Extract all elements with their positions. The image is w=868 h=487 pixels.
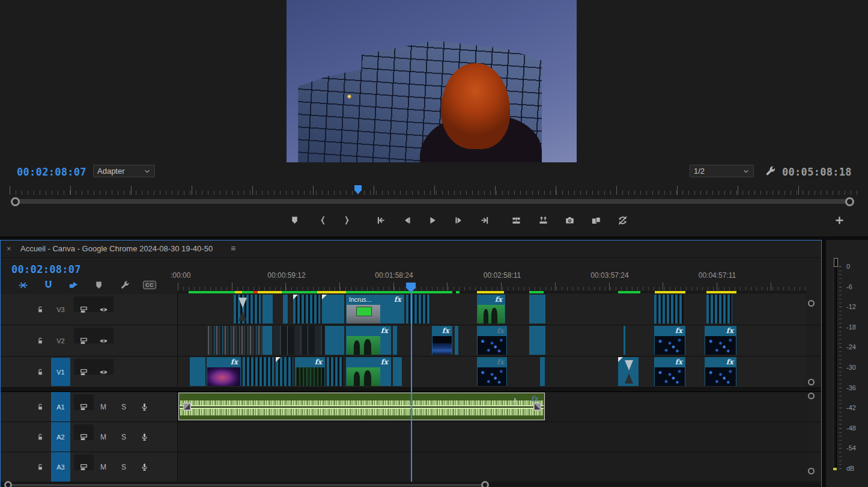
fx-badge[interactable]: fx (442, 326, 449, 335)
zoom-level-select[interactable]: Adapter (93, 165, 155, 177)
go-to-out-button[interactable] (478, 212, 492, 228)
track-target-A2[interactable]: A2 (51, 422, 70, 452)
mute-track-button[interactable]: M (100, 403, 106, 411)
track-lock-icon[interactable] (37, 337, 44, 345)
fx-badge[interactable]: fx (381, 358, 388, 366)
video-clip[interactable] (325, 326, 344, 355)
fade-out-handle[interactable] (533, 403, 541, 411)
video-clip[interactable] (263, 295, 273, 323)
hscroll-handle-left[interactable] (4, 481, 12, 487)
video-clip[interactable] (327, 357, 343, 386)
video-clip[interactable]: fx (346, 357, 391, 386)
video-clip[interactable]: fx (654, 326, 685, 355)
video-clip[interactable]: fx (705, 326, 736, 355)
track-lock-icon[interactable] (37, 403, 44, 411)
track-target-V1[interactable]: V1 (51, 358, 70, 386)
mute-track-button[interactable]: M (100, 433, 106, 441)
timeline-settings-button[interactable] (118, 279, 131, 291)
audio-scrollbar-handle-top[interactable] (808, 393, 815, 399)
video-clip[interactable] (274, 326, 325, 355)
lift-button[interactable] (509, 212, 523, 228)
video-clip[interactable] (234, 295, 261, 323)
video-clip[interactable] (706, 295, 732, 323)
sync-lock-toggle[interactable] (79, 305, 89, 314)
sync-lock-toggle[interactable] (79, 432, 89, 441)
timeline-tab-title[interactable]: Accueil - Canva - Google Chrome 2024-08-… (20, 244, 213, 253)
fx-badge[interactable]: fx (495, 295, 502, 304)
solo-track-button[interactable]: S (121, 463, 126, 471)
voiceover-record-button[interactable] (139, 432, 150, 441)
timeline-playhead-timecode[interactable]: 00:02:08:07 (11, 263, 81, 275)
audio-meter-bars[interactable] (834, 258, 838, 471)
add-marker-button[interactable] (287, 212, 302, 228)
video-clip[interactable]: fx (346, 326, 391, 355)
fx-badge[interactable]: fx (497, 358, 504, 366)
video-clip[interactable] (190, 357, 205, 386)
video-clip[interactable] (654, 295, 684, 323)
fx-badge[interactable]: fx (231, 358, 238, 366)
zoom-handle-right[interactable] (845, 197, 854, 206)
voiceover-record-button[interactable] (139, 402, 150, 411)
transition[interactable] (625, 360, 633, 384)
video-clip[interactable]: fx (477, 357, 507, 386)
track-lock-icon[interactable] (37, 463, 44, 471)
video-clip[interactable] (263, 326, 272, 355)
video-clip[interactable]: fx (477, 326, 507, 355)
video-clip[interactable]: fx (207, 357, 241, 386)
video-clip[interactable] (293, 295, 320, 323)
toggle-track-output-eye[interactable] (99, 367, 109, 376)
video-clip[interactable] (393, 357, 402, 386)
video-clip[interactable] (393, 326, 397, 355)
video-clip[interactable] (624, 326, 625, 355)
step-back-button[interactable] (399, 212, 413, 228)
video-clip[interactable] (529, 326, 545, 355)
playback-resolution-select[interactable]: 1/2 (690, 165, 754, 177)
video-clip[interactable] (322, 295, 344, 323)
toggle-track-output-eye[interactable] (99, 336, 109, 345)
export-frame-button[interactable] (562, 212, 577, 228)
video-clip[interactable]: Incrus...fx (346, 295, 404, 323)
add-marker-button[interactable] (92, 279, 105, 291)
video-clip[interactable] (243, 357, 274, 386)
video-clip[interactable] (455, 326, 458, 355)
monitor-total-timecode[interactable]: 00:05:08:18 (782, 166, 852, 178)
close-panel-button[interactable]: × (7, 244, 11, 253)
video-clip[interactable] (406, 295, 430, 323)
video-clip[interactable] (208, 326, 262, 355)
solo-track-button[interactable]: S (121, 433, 126, 441)
transition[interactable] (238, 298, 247, 321)
fx-badge[interactable]: fx (726, 326, 733, 335)
track-lock-icon[interactable] (37, 433, 44, 441)
fx-badge[interactable]: fx (315, 358, 322, 366)
video-scrollbar-handle-bottom[interactable] (808, 379, 815, 385)
linked-selection-button[interactable] (67, 279, 80, 291)
voiceover-record-button[interactable] (139, 462, 150, 471)
global-fx-mute-button[interactable] (615, 212, 630, 228)
step-forward-button[interactable] (452, 212, 466, 228)
video-clip[interactable] (276, 357, 293, 386)
track-lock-icon[interactable] (37, 305, 44, 313)
video-clip[interactable]: fx (295, 357, 325, 386)
toggle-track-output-eye[interactable] (99, 305, 109, 314)
track-target-A3[interactable]: A3 (51, 452, 70, 482)
sync-lock-toggle[interactable] (79, 462, 89, 471)
fade-in-handle[interactable] (183, 403, 191, 411)
sync-lock-toggle[interactable] (79, 367, 89, 376)
fx-badge[interactable]: fx (531, 394, 538, 403)
go-to-in-button[interactable] (373, 212, 387, 228)
snap-button[interactable] (41, 279, 55, 291)
fx-badge[interactable]: fx (726, 358, 733, 366)
fx-badge[interactable]: fx (675, 358, 682, 366)
sync-lock-toggle[interactable] (79, 336, 89, 345)
zoom-handle-left[interactable] (11, 197, 20, 206)
video-clip[interactable]: fx (654, 357, 685, 386)
panel-menu-icon[interactable]: ≡ (231, 243, 235, 253)
track-lock-icon[interactable] (37, 368, 44, 376)
track-target-V3[interactable]: V3 (51, 295, 70, 323)
video-clip[interactable]: fx (432, 326, 452, 355)
monitor-current-timecode[interactable]: 00:02:08:07 (17, 166, 86, 178)
mark-in-button[interactable] (315, 212, 330, 228)
fx-badge[interactable]: fx (381, 326, 388, 335)
mark-out-button[interactable] (339, 212, 354, 228)
monitor-time-ruler[interactable] (10, 184, 859, 195)
